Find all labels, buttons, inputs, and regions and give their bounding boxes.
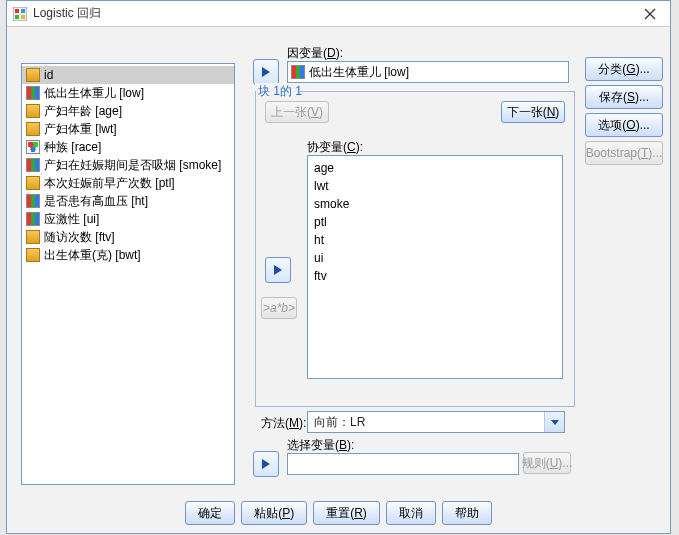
bottom-button-bar: 确定 粘贴(P) 重置(R) 取消 帮助	[7, 501, 670, 525]
variable-label: 随访次数 [ftv]	[44, 229, 115, 246]
covariate-list[interactable]: agelwtsmokeptlhtuiftv	[307, 155, 563, 379]
svg-marker-9	[551, 420, 559, 425]
help-button[interactable]: 帮助	[442, 501, 492, 525]
svg-rect-4	[21, 15, 25, 19]
window-title: Logistic 回归	[33, 5, 636, 22]
covariate-item[interactable]: lwt	[314, 177, 556, 195]
variable-label: 是否患有高血压 [ht]	[44, 193, 148, 210]
move-to-dependent-button[interactable]	[253, 59, 279, 85]
source-variable-item[interactable]: 产妇在妊娠期间是否吸烟 [smoke]	[22, 156, 234, 174]
close-button[interactable]	[636, 4, 664, 24]
variable-label: 产妇体重 [lwt]	[44, 121, 117, 138]
method-label: 方法(M):	[261, 415, 306, 432]
covariate-label: 协变量(C):	[307, 139, 363, 156]
variable-label: 种族 [race]	[44, 139, 101, 156]
selection-variable-field[interactable]	[287, 453, 519, 475]
next-block-button[interactable]: 下一张(N)	[501, 101, 565, 123]
source-variable-item[interactable]: 低出生体重儿 [low]	[22, 84, 234, 102]
bootstrap-button: Bootstrap(T)...	[585, 141, 663, 165]
selection-variable-label: 选择变量(B):	[287, 437, 354, 454]
svg-rect-3	[15, 15, 19, 19]
source-variable-item[interactable]: 产妇年龄 [age]	[22, 102, 234, 120]
svg-rect-2	[21, 9, 25, 13]
variable-icon	[291, 65, 305, 79]
bars-icon	[26, 194, 40, 208]
logistic-regression-dialog: Logistic 回归 id低出生体重儿 [low]产妇年龄 [age]产妇体重…	[6, 0, 671, 534]
source-variable-item[interactable]: id	[22, 66, 234, 84]
ok-button[interactable]: 确定	[185, 501, 235, 525]
covariate-item[interactable]: ftv	[314, 267, 556, 285]
covariate-item[interactable]: smoke	[314, 195, 556, 213]
covariate-item[interactable]: ui	[314, 249, 556, 267]
dependent-label: 因变量(D):	[287, 45, 343, 62]
dependent-value: 低出生体重儿 [low]	[309, 64, 409, 81]
source-variable-item[interactable]: 出生体重(克) [bwt]	[22, 246, 234, 264]
interaction-button: >a*b>	[261, 297, 297, 319]
ruler-icon	[26, 122, 40, 136]
method-select[interactable]: 向前：LR	[307, 411, 565, 433]
source-variable-item[interactable]: 种族 [race]	[22, 138, 234, 156]
ruler-icon	[26, 176, 40, 190]
paste-button[interactable]: 粘贴(P)	[241, 501, 307, 525]
bars-icon	[26, 158, 40, 172]
variable-label: id	[44, 68, 53, 82]
titlebar: Logistic 回归	[7, 1, 670, 27]
ruler-icon	[26, 68, 40, 82]
svg-rect-1	[15, 9, 19, 13]
move-to-covariate-button[interactable]	[265, 257, 291, 283]
svg-marker-10	[262, 459, 270, 469]
covariate-item[interactable]: age	[314, 159, 556, 177]
source-variable-item[interactable]: 是否患有高血压 [ht]	[22, 192, 234, 210]
rule-button: 规则(U)...	[523, 452, 571, 474]
cancel-button[interactable]: 取消	[386, 501, 436, 525]
source-variable-item[interactable]: 随访次数 [ftv]	[22, 228, 234, 246]
move-to-selection-button[interactable]	[253, 451, 279, 477]
source-variable-item[interactable]: 产妇体重 [lwt]	[22, 120, 234, 138]
categorical-button[interactable]: 分类(G)...	[585, 57, 663, 81]
source-variable-item[interactable]: 本次妊娠前早产次数 [ptl]	[22, 174, 234, 192]
dropdown-icon	[544, 412, 564, 432]
variable-label: 产妇在妊娠期间是否吸烟 [smoke]	[44, 157, 221, 174]
variable-label: 应激性 [ui]	[44, 211, 99, 228]
covariate-item[interactable]: ptl	[314, 213, 556, 231]
method-value: 向前：LR	[314, 414, 365, 431]
ruler-icon	[26, 248, 40, 262]
svg-marker-8	[274, 265, 282, 275]
app-icon	[13, 7, 27, 21]
variable-label: 产妇年龄 [age]	[44, 103, 122, 120]
previous-block-button: 上一张(V)	[265, 101, 329, 123]
variable-label: 本次妊娠前早产次数 [ptl]	[44, 175, 175, 192]
ruler-icon	[26, 230, 40, 244]
bars-icon	[26, 212, 40, 226]
svg-marker-7	[262, 67, 270, 77]
source-variable-list[interactable]: id低出生体重儿 [low]产妇年龄 [age]产妇体重 [lwt]种族 [ra…	[21, 63, 235, 485]
ruler-icon	[26, 104, 40, 118]
dialog-body: id低出生体重儿 [low]产妇年龄 [age]产妇体重 [lwt]种族 [ra…	[7, 27, 670, 533]
covariate-item[interactable]: ht	[314, 231, 556, 249]
dependent-field[interactable]: 低出生体重儿 [low]	[287, 61, 569, 83]
source-variable-item[interactable]: 应激性 [ui]	[22, 210, 234, 228]
variable-label: 低出生体重儿 [low]	[44, 85, 144, 102]
reset-button[interactable]: 重置(R)	[313, 501, 380, 525]
variable-label: 出生体重(克) [bwt]	[44, 247, 141, 264]
options-button[interactable]: 选项(O)...	[585, 113, 663, 137]
save-button[interactable]: 保存(S)...	[585, 85, 663, 109]
bars-icon	[26, 86, 40, 100]
circles-icon	[26, 140, 40, 154]
